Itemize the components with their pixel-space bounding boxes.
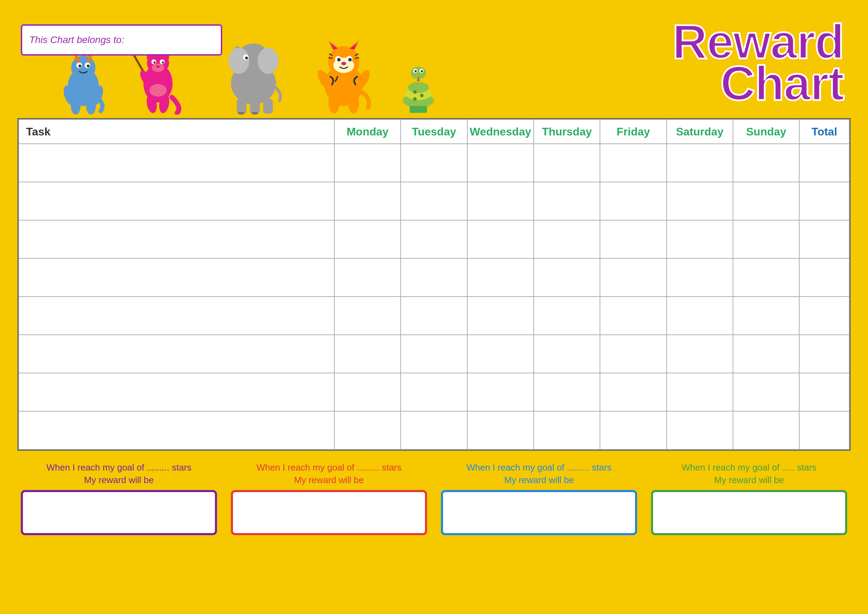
saturday-cell-3[interactable] — [666, 220, 733, 258]
wednesday-cell-2[interactable] — [467, 182, 534, 220]
friday-cell-5[interactable] — [600, 296, 666, 335]
monday-cell-5[interactable] — [334, 296, 401, 335]
friday-cell-3[interactable] — [600, 220, 666, 258]
saturday-cell-1[interactable] — [666, 144, 733, 182]
sunday-cell-6[interactable] — [733, 335, 799, 373]
footer: When I reach my goal of ......... stars … — [17, 461, 851, 535]
table-row — [19, 144, 849, 182]
tuesday-cell-8[interactable] — [401, 411, 467, 450]
wednesday-cell-8[interactable] — [467, 411, 534, 450]
task-cell-2[interactable] — [19, 182, 334, 220]
reward-goal-text-4: When I reach my goal of ..... stars — [682, 462, 817, 473]
thursday-cell-2[interactable] — [534, 182, 600, 220]
reward-text-purple: When I reach my goal of ......... stars … — [46, 461, 192, 487]
wednesday-cell-1[interactable] — [467, 144, 534, 182]
tuesday-cell-4[interactable] — [401, 258, 467, 296]
tuesday-cell-5[interactable] — [401, 296, 467, 335]
monday-cell-4[interactable] — [334, 258, 401, 296]
monday-cell-2[interactable] — [334, 182, 401, 220]
total-cell-4[interactable] — [799, 258, 849, 296]
saturday-cell-7[interactable] — [666, 373, 733, 411]
wednesday-cell-6[interactable] — [467, 335, 534, 373]
total-cell-1[interactable] — [799, 144, 849, 182]
thursday-cell-6[interactable] — [534, 335, 600, 373]
task-cell-8[interactable] — [19, 411, 334, 450]
tuesday-column-header: Tuesday — [401, 119, 467, 144]
friday-cell-6[interactable] — [600, 335, 666, 373]
saturday-cell-6[interactable] — [666, 335, 733, 373]
sunday-cell-2[interactable] — [733, 182, 799, 220]
svg-point-67 — [421, 70, 423, 72]
task-cell-7[interactable] — [19, 373, 334, 411]
thursday-cell-1[interactable] — [534, 144, 600, 182]
total-cell-3[interactable] — [799, 220, 849, 258]
friday-cell-4[interactable] — [600, 258, 666, 296]
reward-text-blue: When I reach my goal of ......... stars … — [467, 461, 612, 487]
saturday-cell-4[interactable] — [666, 258, 733, 296]
thursday-cell-3[interactable] — [534, 220, 600, 258]
monday-cell-3[interactable] — [334, 220, 401, 258]
svg-point-21 — [153, 62, 155, 64]
sunday-cell-7[interactable] — [733, 373, 799, 411]
monday-cell-1[interactable] — [334, 144, 401, 182]
monday-cell-8[interactable] — [334, 411, 401, 450]
monday-cell-6[interactable] — [334, 335, 401, 373]
thursday-cell-7[interactable] — [534, 373, 600, 411]
svg-rect-37 — [263, 99, 273, 113]
total-cell-7[interactable] — [799, 373, 849, 411]
reward-label-2: My reward will be — [294, 475, 364, 485]
friday-cell-2[interactable] — [600, 182, 666, 220]
sunday-cell-1[interactable] — [733, 144, 799, 182]
saturday-cell-5[interactable] — [666, 296, 733, 335]
task-cell-3[interactable] — [19, 220, 334, 258]
friday-cell-7[interactable] — [600, 373, 666, 411]
task-cell-6[interactable] — [19, 335, 334, 373]
svg-point-49 — [337, 58, 341, 62]
reward-goal-text-1: When I reach my goal of ......... stars — [46, 462, 192, 473]
saturday-cell-8[interactable] — [666, 411, 733, 450]
sunday-cell-8[interactable] — [733, 411, 799, 450]
elephant-icon — [215, 35, 291, 115]
svg-line-55 — [355, 57, 359, 58]
total-cell-2[interactable] — [799, 182, 849, 220]
sunday-cell-5[interactable] — [733, 296, 799, 335]
friday-cell-8[interactable] — [600, 411, 666, 450]
wednesday-cell-4[interactable] — [467, 258, 534, 296]
tuesday-cell-1[interactable] — [401, 144, 467, 182]
sunday-column-header: Sunday — [733, 119, 799, 144]
friday-cell-1[interactable] — [600, 144, 666, 182]
tuesday-cell-7[interactable] — [401, 373, 467, 411]
wednesday-cell-3[interactable] — [467, 220, 534, 258]
thursday-column-header: Thursday — [534, 119, 600, 144]
monday-cell-7[interactable] — [334, 373, 401, 411]
table-row — [19, 335, 849, 373]
sunday-cell-3[interactable] — [733, 220, 799, 258]
saturday-cell-2[interactable] — [666, 182, 733, 220]
wednesday-cell-5[interactable] — [467, 296, 534, 335]
tuesday-cell-3[interactable] — [401, 220, 467, 258]
reward-box-green[interactable] — [651, 490, 847, 535]
total-cell-8[interactable] — [799, 411, 849, 450]
total-cell-5[interactable] — [799, 296, 849, 335]
table-row — [19, 373, 849, 411]
reward-box-blue[interactable] — [441, 490, 637, 535]
task-cell-4[interactable] — [19, 258, 334, 296]
wednesday-cell-7[interactable] — [467, 373, 534, 411]
thursday-cell-8[interactable] — [534, 411, 600, 450]
sunday-cell-4[interactable] — [733, 258, 799, 296]
total-cell-6[interactable] — [799, 335, 849, 373]
belongs-to-box[interactable]: This Chart belongs to: — [21, 24, 222, 56]
saturday-column-header: Saturday — [666, 119, 733, 144]
reward-box-red[interactable] — [231, 490, 427, 535]
svg-point-13 — [86, 97, 96, 115]
thursday-cell-5[interactable] — [534, 296, 600, 335]
svg-point-68 — [413, 90, 417, 94]
thursday-cell-4[interactable] — [534, 258, 600, 296]
reward-box-purple[interactable] — [21, 490, 217, 535]
tuesday-cell-6[interactable] — [401, 335, 467, 373]
tuesday-cell-2[interactable] — [401, 182, 467, 220]
monday-column-header: Monday — [334, 119, 401, 144]
task-cell-1[interactable] — [19, 144, 334, 182]
task-cell-5[interactable] — [19, 296, 334, 335]
svg-point-51 — [341, 62, 346, 65]
